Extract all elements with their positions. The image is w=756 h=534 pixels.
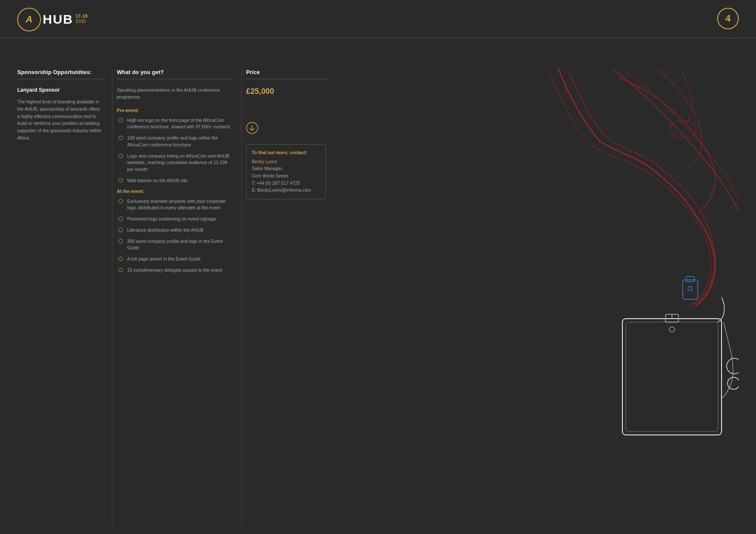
main-content: Sponsorship Opportunities: Lanyard Spons… [0,52,756,534]
bullet-text: Prominent logo positioning on event sign… [127,216,216,223]
illustration-column [328,69,739,525]
header-divider [0,38,756,38]
list-item: 100 word company profile and logo within… [117,135,233,149]
bullet-icon [119,239,123,243]
bullet-icon [119,154,123,158]
pre-event-label: Pre-event: [117,108,233,113]
bullet-text: Web banner on the AHUB site [127,177,187,184]
page-number-badge: 4 [717,8,739,29]
bullet-icon [119,257,123,261]
bullet-text: Logo and company listing on AfricaCom an… [127,153,233,173]
contact-box: To find out more, contact: Becky Lyons S… [246,144,326,199]
download-icon [246,122,258,134]
bullet-icon [119,268,123,272]
list-item: High res logo on the front page of the A… [117,117,233,131]
bullet-icon [119,199,123,203]
logo-year: 2015 [75,19,87,24]
bullet-text: A full page advert in the Event Guide [127,256,200,263]
contact-heading: To find out more, contact: [252,150,320,155]
list-item: 200 word company profile and logo in the… [117,238,233,252]
price-value: £25,000 [246,87,328,96]
bullet-text: 200 word company profile and logo in the… [127,238,233,252]
bullet-text: Exclusively branded lanyards with your c… [127,198,233,212]
svg-rect-2 [683,280,698,299]
left-column: Sponsorship Opportunities: Lanyard Spons… [17,69,112,525]
svg-rect-3 [686,276,694,282]
contact-phone: T: +44 (0) 207 017 4725 [252,180,320,187]
what-heading: What do you get? [117,69,233,79]
logo-hub-text: HUB [43,12,73,27]
svg-point-7 [669,327,675,332]
header: A HUB 17-19 2015 [0,0,756,39]
download-icon-container [246,122,328,136]
list-item: Web banner on the AHUB site [117,177,233,184]
bullet-text: 100 word company profile and logo within… [127,135,233,149]
svg-point-11 [728,377,739,389]
logo: A HUB 17-19 2015 [17,8,87,31]
bullet-icon [119,178,123,183]
lanyard-illustration [467,69,739,444]
sponsor-description: The highest level of branding available … [17,98,103,142]
sponsorship-heading: Sponsorship Opportunities: [17,69,103,79]
bullet-icon [119,118,123,122]
list-item: 15 complimentary delegate passes to the … [117,267,233,274]
logo-dates-top: 17-19 [75,13,87,19]
contact-name: Becky Lyons [252,159,277,164]
list-item: Literature distribution within the AHUB [117,227,233,234]
price-column: Price £25,000 To find out more, contact:… [241,69,328,525]
middle-column: What do you get? Speaking placement/demo… [112,69,241,525]
bullet-text: High res logo on the front page of the A… [127,117,233,131]
speaking-line: Speaking placement/demo in the AHUB conf… [117,87,233,101]
at-event-label: At the event: [117,189,233,194]
list-item: A full page advert in the Event Guide [117,256,233,263]
list-item: Prominent logo positioning on event sign… [117,216,233,223]
contact-role: Sales Manager, [252,165,320,172]
bullet-text: 15 complimentary delegate passes to the … [127,267,222,274]
bullet-icon [119,228,123,232]
sponsor-type: Lanyard Sponsor [17,87,103,93]
svg-rect-6 [626,322,718,432]
bullet-text: Literature distribution within the AHUB [127,227,203,234]
list-item: Logo and company listing on AfricaCom an… [117,153,233,173]
bullet-icon [119,136,123,140]
bullet-icon [119,217,123,221]
logo-circle-a: A [17,8,41,31]
logo-dates: 17-19 2015 [75,13,87,24]
svg-point-4 [688,286,692,291]
svg-rect-5 [622,319,722,435]
list-item: Exclusively branded lanyards with your c… [117,198,233,212]
contact-company: Com World Series [252,172,320,180]
contact-email: E: BeckyLyons@informa.com [252,186,320,194]
price-heading: Price [246,69,328,79]
